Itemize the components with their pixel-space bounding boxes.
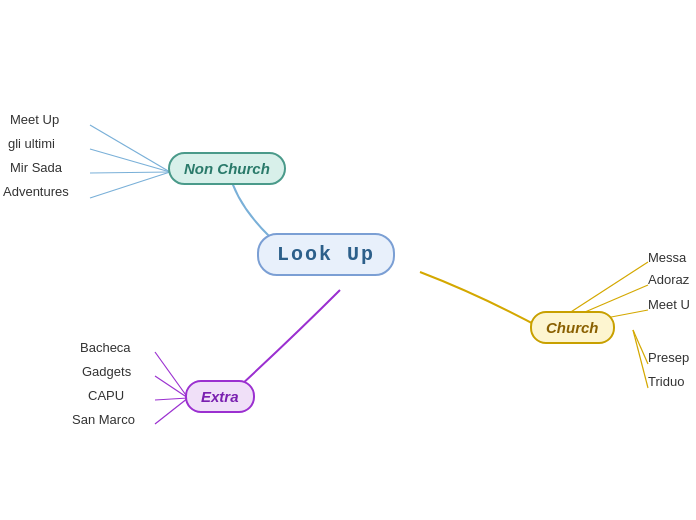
leaf-sanmarco: San Marco <box>72 412 135 427</box>
svg-line-0 <box>90 125 170 172</box>
svg-line-2 <box>90 172 170 173</box>
svg-line-1 <box>90 149 170 172</box>
church-node: Church <box>530 311 615 344</box>
leaf-adoraz: Adoraz <box>648 272 689 287</box>
leaf-meetu: Meet U <box>648 297 690 312</box>
svg-line-9 <box>155 352 188 398</box>
svg-line-10 <box>155 376 188 398</box>
svg-line-11 <box>155 398 188 400</box>
svg-line-3 <box>90 172 170 198</box>
leaf-bacheca: Bacheca <box>80 340 131 355</box>
leaf-gliultimi: gli ultimi <box>8 136 55 151</box>
non-church-node: Non Church <box>168 152 286 185</box>
leaf-presep: Presep <box>648 350 689 365</box>
leaf-mirsada: Mir Sada <box>10 160 62 175</box>
svg-line-7 <box>633 330 648 364</box>
leaf-meetup: Meet Up <box>10 112 59 127</box>
leaf-messa: Messa <box>648 250 686 265</box>
svg-line-8 <box>633 330 648 388</box>
center-node: Look Up <box>257 233 395 276</box>
leaf-triduo: Triduo <box>648 374 684 389</box>
extra-node: Extra <box>185 380 255 413</box>
leaf-gadgets: Gadgets <box>82 364 131 379</box>
leaf-capu: CAPU <box>88 388 124 403</box>
leaf-adventures: Adventures <box>3 184 69 199</box>
svg-line-12 <box>155 398 188 424</box>
